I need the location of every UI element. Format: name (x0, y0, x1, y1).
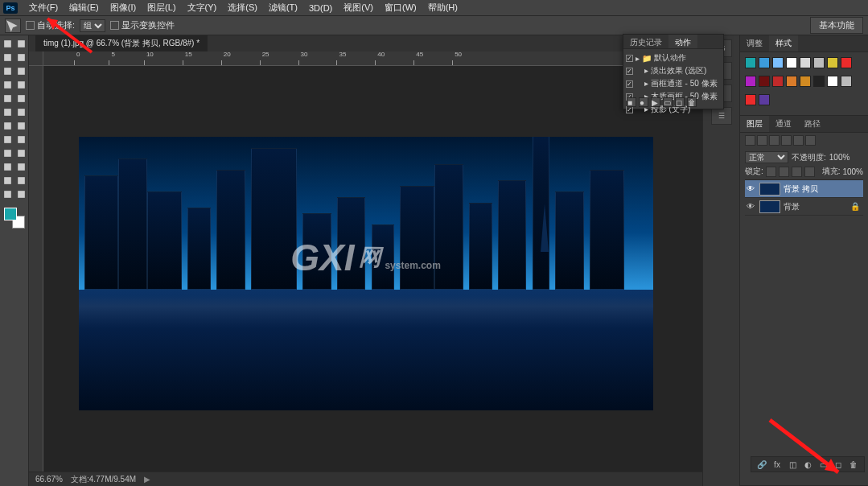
type-icon[interactable] (2, 161, 14, 173)
swatch-11[interactable] (786, 76, 797, 87)
swatch-15[interactable] (841, 76, 852, 87)
tab-layers[interactable]: 图层 (740, 116, 769, 132)
swatch-2[interactable] (772, 57, 784, 68)
pen-icon[interactable] (15, 147, 27, 159)
actions-panel[interactable]: 历史记录 动作 ▸ 📁默认动作 ▸ 淡出效果 (选区)▸ 画框通道 - 50 像… (623, 34, 724, 109)
swatch-4[interactable] (800, 57, 811, 68)
fill-value[interactable]: 100% (842, 167, 863, 176)
action-item[interactable]: ▸ 画框通道 - 50 像素 (626, 77, 721, 90)
stop-icon[interactable]: ■ (627, 97, 636, 107)
menu-view[interactable]: 视图(V) (339, 0, 378, 15)
menu-layer[interactable]: 图层(L) (142, 0, 180, 15)
menu-edit[interactable]: 编辑(E) (64, 0, 104, 15)
filter-kind-icon[interactable] (745, 135, 755, 146)
auto-select-type[interactable]: 组 (80, 19, 105, 32)
document-tab[interactable]: timg (1).jpg @ 66.7% (背景 拷贝, RGB/8#) * (35, 35, 208, 51)
path-icon[interactable] (15, 161, 27, 173)
paint-bucket-icon[interactable] (15, 120, 27, 132)
lock-trans-icon[interactable] (766, 167, 776, 177)
menu-filter[interactable]: 滤镜(T) (264, 0, 302, 15)
fx-icon[interactable]: fx (771, 459, 783, 470)
eyedropper-icon[interactable] (15, 65, 27, 77)
swatch-12[interactable] (800, 76, 811, 87)
delete-layer-icon[interactable]: 🗑 (848, 459, 859, 470)
ruler-vertical[interactable] (29, 66, 43, 472)
menu-window[interactable]: 窗口(W) (380, 0, 422, 15)
history-brush-icon[interactable] (15, 106, 27, 118)
filter-shape-icon[interactable] (793, 135, 804, 146)
filter-smart-icon[interactable] (805, 135, 816, 146)
menu-3d[interactable]: 3D(D) (304, 2, 337, 14)
filter-pixel-icon[interactable] (757, 135, 767, 146)
mask-icon[interactable]: ◫ (787, 459, 798, 470)
swatch-6[interactable] (827, 57, 838, 68)
marquee-icon[interactable] (2, 51, 14, 64)
spot-heal-icon[interactable] (2, 93, 14, 105)
menu-type[interactable]: 文字(Y) (183, 0, 222, 15)
action-group[interactable]: ▸ 📁默认动作 (626, 51, 721, 64)
filter-type-icon[interactable] (781, 135, 792, 146)
visibility-icon[interactable]: 👁 (745, 202, 756, 211)
auto-select-check[interactable]: 自动选择: (26, 19, 75, 31)
lock-pixel-icon[interactable] (779, 167, 789, 177)
record-icon[interactable]: ● (639, 97, 648, 107)
action-item[interactable]: ▸ 淡出效果 (选区) (626, 64, 721, 77)
swatch-10[interactable] (772, 76, 784, 87)
ruler-icon[interactable] (15, 79, 27, 91)
swatch-8[interactable] (745, 76, 756, 87)
trash-icon[interactable]: 🗑 (687, 97, 697, 107)
blur-icon[interactable] (15, 134, 27, 146)
swatch-17[interactable] (759, 94, 770, 105)
swatch-16[interactable] (745, 94, 756, 105)
visibility-icon[interactable]: 👁 (745, 184, 756, 193)
crop-icon[interactable] (2, 65, 14, 77)
lock-all-icon[interactable] (804, 167, 815, 177)
workspace-switcher[interactable]: 基本功能 (810, 17, 863, 34)
new-action-icon[interactable]: ◻ (675, 97, 685, 107)
new-set-icon[interactable]: ▭ (663, 97, 673, 107)
lasso-icon[interactable] (15, 51, 27, 64)
ruler-horizontal[interactable]: 05101520253035404550 (43, 51, 702, 66)
swatch-13[interactable] (813, 76, 825, 87)
eyedropper-icon[interactable] (2, 79, 14, 91)
swatch-7[interactable] (841, 57, 852, 68)
link-layers-icon[interactable]: 🔗 (756, 459, 767, 470)
group-icon[interactable]: ▭ (817, 459, 829, 470)
menu-help[interactable]: 帮助(H) (423, 0, 463, 15)
show-transform-check[interactable]: 显示变换控件 (110, 19, 175, 31)
rotate-icon[interactable] (15, 188, 27, 200)
move-tool-icon[interactable] (5, 19, 21, 33)
filter-adjust-icon[interactable] (769, 135, 780, 146)
tab-paths[interactable]: 路径 (798, 116, 827, 132)
tab-history[interactable]: 历史记录 (623, 35, 668, 48)
opacity-value[interactable]: 100% (829, 153, 850, 162)
swatch-1[interactable] (759, 57, 770, 68)
brush-icon[interactable] (15, 93, 27, 105)
hand-icon[interactable] (15, 175, 27, 187)
tab-actions[interactable]: 动作 (668, 35, 697, 48)
swatch-9[interactable] (759, 76, 770, 87)
swatch-5[interactable] (813, 57, 825, 68)
zoom-icon[interactable] (2, 188, 14, 200)
fill-adjust-icon[interactable]: ◐ (802, 459, 813, 470)
tab-styles[interactable]: 样式 (769, 35, 798, 51)
color-swatch[interactable] (4, 208, 25, 229)
canvas-image[interactable]: GXI 网 system.com (79, 137, 653, 410)
artboard-icon[interactable] (15, 38, 27, 50)
tab-adjust[interactable]: 调整 (740, 35, 769, 51)
layer-row[interactable]: 👁背景 拷贝 (745, 180, 863, 198)
swatch-3[interactable] (786, 57, 797, 68)
gradient-icon[interactable] (2, 134, 14, 146)
layer-row[interactable]: 👁背景🔒 (745, 198, 863, 216)
swatch-0[interactable] (745, 57, 756, 68)
menu-select[interactable]: 选择(S) (223, 0, 262, 15)
menu-file[interactable]: 文件(F) (24, 0, 63, 15)
dodge-icon[interactable] (2, 147, 14, 159)
play-icon[interactable]: ▶ (651, 97, 660, 107)
lock-pos-icon[interactable] (792, 167, 802, 177)
clone-icon[interactable] (2, 106, 14, 118)
zoom-level[interactable]: 66.67% (35, 475, 63, 484)
swatch-14[interactable] (827, 76, 838, 87)
menu-image[interactable]: 图像(I) (105, 0, 141, 15)
blend-mode-select[interactable]: 正常 (745, 151, 788, 163)
